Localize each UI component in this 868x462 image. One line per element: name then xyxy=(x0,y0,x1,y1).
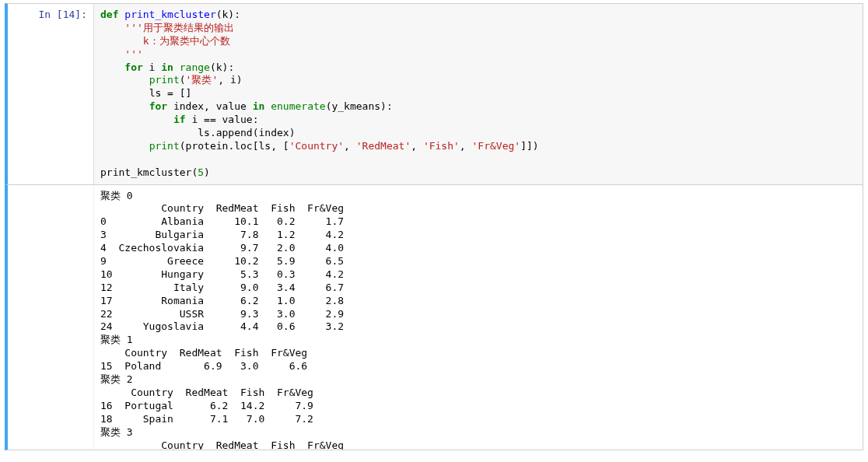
code-text: ) xyxy=(204,166,210,178)
code-editor[interactable]: def print_kmcluster(k): '''用于聚类结果的输出 k：为… xyxy=(93,4,863,184)
kw-if: if xyxy=(173,114,186,125)
code-text: (k): xyxy=(210,61,234,73)
code-text: (y_kmeans): xyxy=(326,100,393,112)
output-text: 聚类 0 Country RedMeat Fish Fr&Veg 0 Alban… xyxy=(100,190,856,450)
code-content[interactable]: def print_kmcluster(k): '''用于聚类结果的输出 k：为… xyxy=(100,9,856,180)
string-literal: 'Fish' xyxy=(423,140,460,152)
code-text: ]]) xyxy=(520,140,538,152)
output-area: 聚类 0 Country RedMeat Fish Fr&Veg 0 Alban… xyxy=(93,185,863,450)
notebook: In [14]: def print_kmcluster(k): '''用于聚类… xyxy=(0,0,868,450)
code-text: i == value: xyxy=(186,114,259,125)
builtin-range: range xyxy=(173,61,210,73)
code-text: (k): xyxy=(216,9,240,20)
code-text: (protein.loc[ls, [ xyxy=(180,140,289,152)
code-text: print_kmcluster( xyxy=(100,166,198,178)
code-text: , xyxy=(344,140,356,152)
string-literal: 'RedMeat' xyxy=(356,140,411,152)
docstring-line: ''' xyxy=(124,48,142,60)
code-text: , xyxy=(460,140,472,152)
string-literal: 'Country' xyxy=(289,140,344,152)
builtin-print: print xyxy=(149,74,180,86)
code-text: ls = [] xyxy=(149,87,192,99)
output-cell: 聚类 0 Country RedMeat Fish Fr&Veg 0 Alban… xyxy=(5,185,863,450)
code-text: i xyxy=(143,61,161,73)
string-literal: '聚类' xyxy=(186,74,219,86)
builtin-print: print xyxy=(149,140,180,152)
kw-in: in xyxy=(253,100,265,112)
number-literal: 5 xyxy=(198,166,204,178)
input-prompt: In [14]: xyxy=(8,4,93,184)
code-text: , xyxy=(411,140,423,152)
kw-for: for xyxy=(124,61,142,73)
code-cell[interactable]: In [14]: def print_kmcluster(k): '''用于聚类… xyxy=(5,3,863,185)
docstring-line: k：为聚类中心个数 xyxy=(124,35,229,47)
kw-in: in xyxy=(161,61,173,73)
kw-for: for xyxy=(149,100,167,112)
output-prompt xyxy=(8,185,93,450)
code-text: ( xyxy=(180,74,186,86)
code-text: , i) xyxy=(218,74,242,86)
code-text: index, value xyxy=(167,100,253,112)
builtin-enumerate: enumerate xyxy=(264,100,325,112)
kw-def: def xyxy=(100,9,118,20)
fn-name: print_kmcluster xyxy=(124,9,215,20)
output-scroll-region[interactable]: 聚类 0 Country RedMeat Fish Fr&Veg 0 Alban… xyxy=(93,185,863,450)
string-literal: 'Fr&Veg' xyxy=(472,140,521,152)
input-prompt-label: In [14]: xyxy=(38,9,87,20)
code-text: ls.append(index) xyxy=(198,127,295,138)
docstring-line: '''用于聚类结果的输出 xyxy=(124,22,233,33)
